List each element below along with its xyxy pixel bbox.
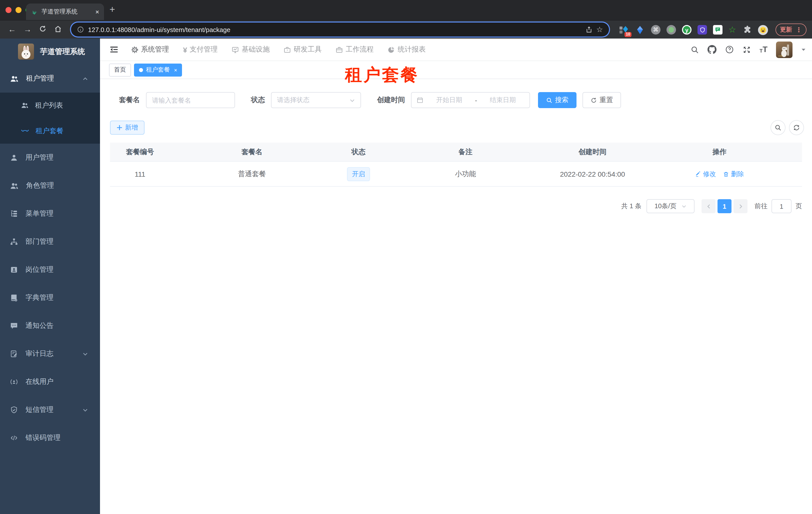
avatar-caret-icon[interactable] bbox=[801, 47, 806, 52]
column-header: 备注 bbox=[383, 147, 548, 156]
extension-gem-icon[interactable] bbox=[635, 25, 645, 35]
page-number-button[interactable]: 1 bbox=[718, 199, 731, 213]
sidebar-collapse-icon[interactable] bbox=[109, 45, 119, 55]
calendar-icon bbox=[416, 97, 424, 104]
nav-item-infrastructure[interactable]: 基础设施 bbox=[232, 45, 270, 54]
add-button[interactable]: 新增 bbox=[110, 120, 145, 135]
nav-item-payment[interactable]: ¥ 支付管理 bbox=[183, 45, 218, 54]
extension-recorder-icon[interactable] bbox=[667, 25, 676, 34]
sidebar-item-notice[interactable]: 通知公告 bbox=[0, 312, 100, 340]
tree-list-icon bbox=[10, 210, 18, 218]
sidebar-logo-row[interactable]: 芋道管理系统 bbox=[0, 38, 100, 64]
reset-button[interactable]: 重置 bbox=[582, 92, 621, 108]
sidebar-item-label: 在线用户 bbox=[26, 377, 54, 386]
chevron-down-icon bbox=[83, 351, 88, 357]
share-icon[interactable] bbox=[585, 26, 592, 33]
glasses-icon bbox=[21, 127, 29, 135]
sidebar-item-tenant-management[interactable]: 租户管理 bbox=[0, 64, 100, 92]
github-icon[interactable] bbox=[707, 45, 717, 54]
site-info-icon[interactable] bbox=[77, 26, 84, 33]
sidebar-item-tenant-package[interactable]: 租户套餐 bbox=[0, 118, 100, 144]
package-name-input[interactable] bbox=[146, 92, 235, 108]
nav-item-label: 工作流程 bbox=[346, 45, 374, 54]
extension-emoji-icon[interactable] bbox=[758, 25, 768, 35]
sidebar-item-menu-management[interactable]: 菜单管理 bbox=[0, 200, 100, 228]
shield-check-icon bbox=[10, 406, 18, 414]
extension-y-icon[interactable]: y bbox=[682, 25, 692, 34]
user-avatar[interactable]: 0:30 bbox=[776, 41, 792, 58]
font-size-icon[interactable]: TT bbox=[759, 46, 767, 54]
table-tools bbox=[771, 120, 804, 135]
prev-page-icon[interactable] bbox=[701, 199, 716, 213]
back-icon[interactable]: ← bbox=[8, 25, 16, 34]
date-start-placeholder[interactable]: 开始日期 bbox=[428, 96, 471, 105]
edit-link[interactable]: 修改 bbox=[695, 169, 716, 179]
date-range-picker[interactable]: 开始日期 - 结束日期 bbox=[411, 92, 530, 108]
tag-home[interactable]: 首页 bbox=[109, 63, 131, 76]
nav-item-label: 系统管理 bbox=[141, 45, 169, 54]
table-search-toggle-icon[interactable] bbox=[771, 120, 785, 135]
sidebar-item-online-users[interactable]: 在线用户 bbox=[0, 368, 100, 396]
extension-command-icon[interactable]: ⌘ bbox=[651, 25, 661, 34]
sidebar-item-audit-log[interactable]: 审计日志 bbox=[0, 340, 100, 368]
nav-item-dev-tools[interactable]: 研发工具 bbox=[284, 45, 322, 54]
nav-item-system[interactable]: 系统管理 bbox=[131, 45, 169, 54]
table-refresh-icon[interactable] bbox=[789, 120, 804, 135]
extension-star-icon[interactable]: ☆ bbox=[728, 26, 736, 34]
tab-close-icon[interactable]: × bbox=[95, 8, 99, 15]
url-bar[interactable]: 127.0.0.1:48080/admin-ui/system/tenant/p… bbox=[71, 23, 609, 36]
bookmark-star-icon[interactable]: ☆ bbox=[596, 25, 603, 34]
app-logo-rabbit-icon bbox=[18, 44, 34, 59]
window-close-button[interactable] bbox=[5, 7, 11, 13]
browser-tab[interactable]: 芋道管理系统 × bbox=[26, 3, 104, 20]
sidebar-item-dept-management[interactable]: 部门管理 bbox=[0, 228, 100, 256]
home-icon[interactable] bbox=[54, 25, 62, 33]
column-header: 创建时间 bbox=[548, 147, 637, 156]
refresh-icon bbox=[590, 97, 597, 103]
extensions-puzzle-icon[interactable] bbox=[742, 25, 752, 35]
tab-favicon-plant-icon bbox=[31, 8, 38, 15]
extension-shield-icon[interactable] bbox=[697, 25, 707, 34]
sidebar-item-error-code[interactable]: 错误码管理 bbox=[0, 424, 100, 452]
page-size-select[interactable]: 10条/页 bbox=[646, 199, 695, 213]
nav-item-reports[interactable]: 统计报表 bbox=[388, 45, 426, 54]
edit-link-label: 修改 bbox=[703, 169, 716, 179]
delete-link[interactable]: 删除 bbox=[723, 169, 744, 179]
url-text[interactable]: 127.0.0.1:48080/admin-ui/system/tenant/p… bbox=[88, 26, 581, 33]
sidebar-item-label: 字典管理 bbox=[26, 293, 54, 302]
tag-close-icon[interactable]: × bbox=[174, 67, 177, 73]
column-header: 状态 bbox=[334, 147, 383, 156]
browser-menu-kebab-icon[interactable]: ⋮ bbox=[795, 27, 802, 33]
help-icon[interactable] bbox=[725, 45, 734, 54]
next-page-icon[interactable] bbox=[733, 199, 748, 213]
sidebar-item-role-management[interactable]: 角色管理 bbox=[0, 172, 100, 200]
sidebar-item-post-management[interactable]: 岗位管理 bbox=[0, 256, 100, 284]
jump-page-input[interactable] bbox=[772, 199, 791, 213]
forward-icon[interactable]: → bbox=[24, 25, 31, 34]
people-icon bbox=[10, 74, 19, 83]
search-icon[interactable] bbox=[691, 45, 699, 54]
new-tab-button[interactable]: + bbox=[110, 4, 115, 15]
browser-update-button[interactable]: 更新 ⋮ bbox=[776, 24, 807, 36]
sidebar-item-dict-management[interactable]: 字典管理 bbox=[0, 284, 100, 312]
sidebar-item-user-management[interactable]: 用户管理 bbox=[0, 144, 100, 172]
cell-status: 开启 bbox=[334, 167, 383, 181]
extension-blue-diamond-icon[interactable]: 10 bbox=[619, 25, 629, 35]
search-button[interactable]: 搜索 bbox=[538, 92, 577, 108]
tag-label: 租户套餐 bbox=[146, 65, 170, 74]
chat-bubble-icon bbox=[10, 322, 18, 330]
status-select[interactable]: 请选择状态 bbox=[271, 92, 361, 108]
date-end-placeholder[interactable]: 结束日期 bbox=[481, 96, 524, 105]
monitor-icon bbox=[232, 46, 239, 53]
fullscreen-icon[interactable] bbox=[743, 45, 751, 54]
window-minimize-button[interactable] bbox=[16, 7, 22, 13]
sidebar-item-tenant-list[interactable]: 租户列表 bbox=[0, 92, 100, 118]
reload-icon[interactable] bbox=[39, 25, 47, 32]
online-user-icon bbox=[10, 378, 18, 386]
sidebar-item-sms-management[interactable]: 短信管理 bbox=[0, 396, 100, 424]
extension-chat-icon[interactable] bbox=[713, 25, 723, 34]
tag-tenant-package[interactable]: 租户套餐 × bbox=[134, 63, 182, 76]
sidebar-item-label: 租户管理 bbox=[26, 74, 54, 83]
sidebar-item-label: 租户列表 bbox=[35, 101, 63, 110]
nav-item-workflow[interactable]: 工作流程 bbox=[336, 45, 374, 54]
